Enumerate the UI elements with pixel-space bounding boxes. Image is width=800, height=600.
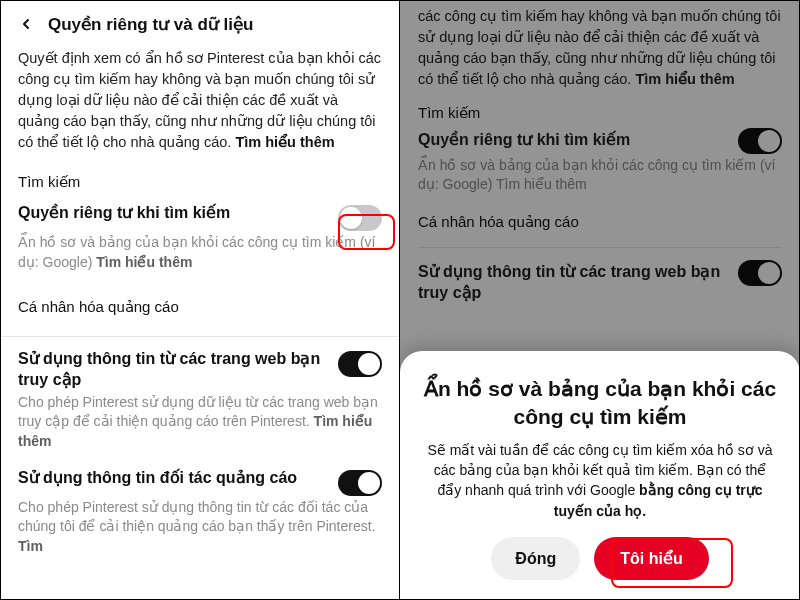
use-web-desc: Cho phép Pinterest sử dụng dữ liệu từ cá… — [0, 391, 400, 462]
use-partner-desc: Cho phép Pinterest sử dụng thông tin từ … — [0, 496, 400, 567]
use-partner-title: Sử dụng thông tin đối tác quảng cáo — [18, 468, 326, 489]
use-web-toggle[interactable] — [338, 351, 382, 377]
confirm-sheet: Ẩn hồ sơ và bảng của bạn khỏi các công c… — [400, 351, 800, 600]
use-partner-toggle[interactable] — [338, 470, 382, 496]
use-web-title: Sử dụng thông tin từ các trang web bạn t… — [18, 349, 326, 391]
highlight-toggle — [338, 214, 395, 250]
sheet-title: Ẩn hồ sơ và bảng của bạn khỏi các công c… — [422, 375, 778, 430]
intro-text: Quyết định xem có ẩn hồ sơ Pinterest của… — [0, 42, 400, 163]
page-title: Quyền riêng tư và dữ liệu — [48, 14, 253, 35]
search-privacy-title: Quyền riêng tư khi tìm kiếm — [18, 203, 326, 224]
use-partner-desc-text: Cho phép Pinterest sử dụng thông tin từ … — [18, 499, 376, 535]
section-personalize: Cá nhân hóa quảng cáo — [0, 282, 400, 322]
section-search: Tìm kiếm — [0, 163, 400, 197]
learn-more-link-4[interactable]: Tìm — [18, 538, 43, 554]
search-privacy-desc-text: Ẩn hồ sơ và bảng của bạn khỏi các công c… — [18, 234, 375, 270]
learn-more-link-2[interactable]: Tìm hiểu thêm — [96, 254, 192, 270]
sheet-body: Sẽ mất vài tuần để các công cụ tìm kiếm … — [422, 440, 778, 521]
close-button[interactable]: Đóng — [491, 537, 580, 580]
highlight-confirm — [611, 538, 733, 588]
back-icon[interactable] — [14, 12, 38, 36]
learn-more-link[interactable]: Tìm hiểu thêm — [235, 134, 334, 150]
